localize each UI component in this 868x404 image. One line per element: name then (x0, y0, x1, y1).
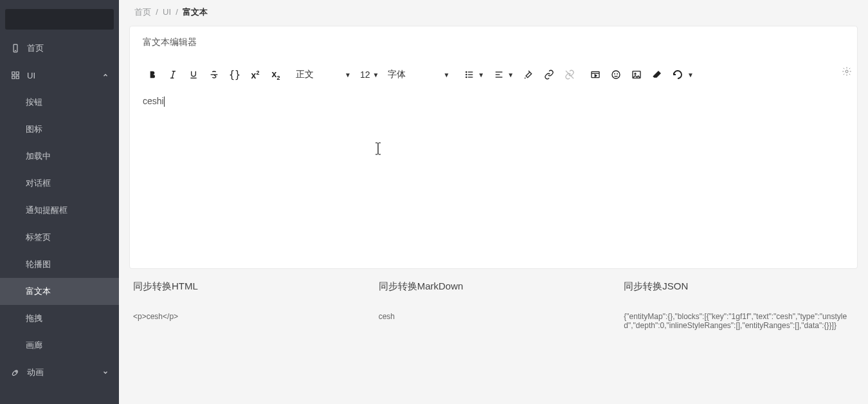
sidebar-item-loading[interactable]: 加载中 (0, 143, 119, 170)
font-family-value: 字体 (388, 69, 406, 80)
sidebar-item-label: 画廊 (26, 340, 42, 351)
font-family-select[interactable]: 字体 ▼ (384, 65, 453, 84)
sidebar-item-label: 加载中 (26, 151, 51, 162)
svg-point-2 (15, 371, 17, 372)
sidebar-item-animation[interactable]: 动画 (0, 359, 119, 386)
block-format-select[interactable]: 正文 ▼ (292, 65, 355, 84)
sidebar-item-label: 轮播图 (26, 259, 51, 270)
align-button[interactable] (489, 65, 509, 84)
breadcrumb-current: 富文本 (183, 7, 208, 17)
sidebar-item-label: 标签页 (26, 232, 51, 243)
output-json: 同步转换JSON {"entityMap":{},"blocks":[{"key… (624, 280, 854, 330)
svg-rect-0 (14, 44, 17, 52)
ui-icon (10, 70, 21, 80)
svg-point-3 (845, 70, 848, 73)
undo-button[interactable] (668, 65, 687, 84)
output-title: 同步转换MarkDown (379, 280, 609, 293)
sidebar-item-label: 动画 (27, 367, 44, 378)
image-button[interactable] (627, 65, 646, 84)
subscript-button[interactable]: x2 (266, 65, 285, 84)
sidebar-item-ui[interactable]: UI (0, 62, 119, 89)
superscript-button[interactable]: x2 (246, 65, 265, 84)
svg-point-13 (466, 77, 467, 77)
breadcrumb-link[interactable]: 首页 (134, 7, 151, 17)
editor-content-area[interactable]: ceshi (130, 88, 857, 268)
svg-line-4 (172, 71, 174, 78)
caret-down-icon: ▼ (443, 71, 449, 78)
list-button[interactable] (460, 65, 479, 84)
emoji-button[interactable] (606, 65, 626, 84)
sidebar-item-label: 图标 (26, 124, 42, 135)
sidebar-menu: 首页 UI 按钮 图标 加载中 对话框 通知提醒框 标签页 轮播图 富文本 拖拽… (0, 35, 119, 404)
breadcrumb-link[interactable]: UI (163, 7, 171, 17)
media-button[interactable] (586, 65, 605, 84)
sidebar-item-carousel[interactable]: 轮播图 (0, 251, 119, 278)
editor-text: ceshi (143, 96, 164, 106)
text-cursor-icon (374, 142, 382, 155)
caret-down-icon: ▼ (372, 71, 379, 78)
sidebar-item-label: UI (27, 71, 35, 80)
caret-down-icon[interactable]: ▼ (478, 71, 484, 78)
output-panels: 同步转换HTML <p>cesh</p> 同步转换MarkDown cesh 同… (119, 269, 868, 342)
caret-down-icon: ▼ (345, 71, 351, 78)
underline-button[interactable] (184, 65, 203, 84)
font-size-value: 12 (360, 69, 370, 80)
main-content: 首页 / UI / 富文本 富文本编辑器 {} x2 x2 正文 ▼ 12▼ (119, 0, 868, 404)
sidebar-item-label: 富文本 (26, 286, 51, 297)
chevron-up-icon (102, 72, 109, 78)
strikethrough-button[interactable] (204, 65, 224, 84)
output-body: cesh (379, 312, 609, 321)
svg-marker-21 (595, 75, 597, 77)
output-body: {"entityMap":{},"blocks":[{"key":"1gf1f"… (624, 312, 854, 330)
rocket-icon (10, 367, 21, 378)
caret-down-icon[interactable]: ▼ (687, 71, 694, 78)
sidebar-item-dialog[interactable]: 对话框 (0, 170, 119, 197)
sidebar-item-label: 通知提醒框 (26, 205, 68, 216)
code-button[interactable]: {} (225, 65, 244, 84)
logo-placeholder (5, 9, 114, 30)
bold-button[interactable] (143, 65, 162, 84)
sidebar-item-tabs[interactable]: 标签页 (0, 224, 119, 251)
italic-button[interactable] (163, 65, 183, 84)
sidebar-item-label: 拖拽 (26, 313, 42, 324)
block-format-value: 正文 (296, 69, 314, 80)
output-title: 同步转换HTML (133, 280, 363, 293)
output-title: 同步转换JSON (624, 280, 854, 293)
svg-point-22 (612, 71, 620, 78)
sidebar-item-icon[interactable]: 图标 (0, 116, 119, 143)
breadcrumb: 首页 / UI / 富文本 (119, 0, 868, 18)
gear-icon[interactable] (842, 66, 852, 77)
sidebar-item-richtext[interactable]: 富文本 (0, 278, 119, 305)
font-size-select[interactable]: 12▼ (356, 65, 383, 84)
svg-point-11 (466, 74, 467, 75)
editor-toolbar: {} x2 x2 正文 ▼ 12▼ 字体 ▼ ▼ ▼ (130, 59, 857, 88)
card-title: 富文本编辑器 (130, 26, 857, 59)
sidebar-item-label: 首页 (27, 42, 44, 54)
output-body: <p>cesh</p> (133, 312, 363, 321)
svg-point-26 (635, 73, 636, 75)
eraser-button[interactable] (647, 65, 667, 84)
sidebar: 首页 UI 按钮 图标 加载中 对话框 通知提醒框 标签页 轮播图 富文本 拖拽… (0, 0, 119, 404)
output-markdown: 同步转换MarkDown cesh (379, 280, 609, 330)
unlink-button[interactable] (560, 65, 579, 84)
sidebar-item-button[interactable]: 按钮 (0, 89, 119, 116)
editor-card: 富文本编辑器 {} x2 x2 正文 ▼ 12▼ 字体 ▼ (129, 26, 858, 269)
sidebar-item-drag[interactable]: 拖拽 (0, 305, 119, 332)
sidebar-item-notification[interactable]: 通知提醒框 (0, 197, 119, 224)
text-caret (164, 96, 165, 107)
file-icon (10, 43, 21, 53)
svg-point-24 (617, 73, 618, 74)
sidebar-item-label: 按钮 (26, 96, 42, 108)
link-button[interactable] (539, 65, 559, 84)
output-html: 同步转换HTML <p>cesh</p> (133, 280, 363, 330)
svg-point-23 (615, 73, 615, 74)
sidebar-item-label: 对话框 (26, 178, 51, 189)
sidebar-item-gallery[interactable]: 画廊 (0, 332, 119, 359)
caret-down-icon[interactable]: ▼ (507, 71, 514, 78)
color-button[interactable] (519, 65, 538, 84)
sidebar-item-home[interactable]: 首页 (0, 35, 119, 62)
chevron-down-icon (102, 369, 109, 376)
svg-point-9 (466, 71, 467, 72)
